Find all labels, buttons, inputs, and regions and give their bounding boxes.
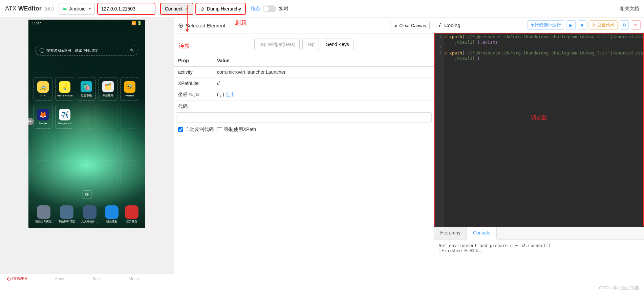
app-cell[interactable]: 🚕ATX	[34, 77, 52, 101]
app-label: MEmu Guide	[56, 94, 73, 97]
app-label: ATX	[35, 94, 51, 97]
app-cell-empty	[34, 160, 52, 184]
brand-version: 0.6.8	[45, 7, 54, 12]
back-button[interactable]: Back	[92, 276, 102, 281]
undo-icon	[592, 23, 596, 27]
app-icon: 🗂️	[102, 81, 114, 92]
music-icon	[437, 23, 442, 27]
reset-code-button[interactable]: 重置代码	[588, 20, 618, 30]
dock-icon	[105, 205, 119, 219]
app-icon: 🦊	[37, 109, 49, 120]
tab-console[interactable]: Console	[467, 227, 497, 240]
tap-button[interactable]: Tap	[302, 39, 319, 50]
address-input[interactable]	[98, 3, 155, 15]
selected-element-pane: 连接 刷新 Selected Element Clear Canvas Tap …	[174, 18, 434, 284]
table-row: XPathLite//	[174, 78, 434, 89]
brand-prefix: ATX	[5, 5, 17, 12]
app-cell-empty	[34, 133, 52, 156]
leaf-icon	[185, 7, 189, 11]
dock-item[interactable]: 凡人修仙传：人…	[81, 205, 98, 223]
app-cell[interactable]: 🐝WeBee	[120, 77, 139, 101]
connect-label: Connect	[165, 6, 183, 12]
app-cell-empty	[99, 160, 117, 184]
output-tabs: Hierarchy Console	[434, 227, 644, 240]
device-screen[interactable]: 11:37 📶 🔋 搜索游戏&应用，试试 '神仙道3' ⋮ 🔍 29+ 🚕ATX…	[28, 20, 145, 228]
code-textarea[interactable]	[176, 112, 432, 122]
app-icon: ✈️	[59, 109, 70, 120]
th-prop: Prop	[174, 55, 213, 67]
click-link[interactable]: 点击	[226, 92, 235, 97]
table-row: 坐标 % px( , ) 点击	[174, 89, 434, 101]
auto-copy-checkbox[interactable]	[178, 127, 183, 132]
dock-icon	[37, 205, 50, 219]
copy-button[interactable]: ⧉	[620, 20, 629, 30]
power-button[interactable]: ⏻ POWER	[7, 276, 27, 281]
app-label: 逍遥市场	[78, 94, 95, 97]
dock-icon	[83, 205, 96, 219]
play-button[interactable]: ▶	[566, 20, 576, 30]
android-icon	[62, 6, 67, 11]
th-value: Value	[213, 55, 434, 67]
phone-search-bar[interactable]: 搜索游戏&应用，试试 '神仙道3' ⋮ 🔍	[35, 45, 138, 56]
code-editor[interactable]: 调试区 1 23 d.xpath('//*[@resource-id="org.…	[434, 33, 644, 227]
static-label: 静态	[251, 6, 260, 12]
platform-dropdown[interactable]: Android	[59, 3, 94, 15]
main: 11:37 📶 🔋 搜索游戏&应用，试试 '神仙道3' ⋮ 🔍 29+ 🚕ATX…	[0, 18, 644, 284]
tab-hierarchy[interactable]: Hierarchy	[434, 227, 467, 239]
clear-canvas-button[interactable]: Clear Canvas	[390, 21, 430, 30]
app-cell-empty	[77, 160, 96, 184]
force-xpath-checkbox[interactable]	[217, 127, 222, 132]
device-preview-pane: 11:37 📶 🔋 搜索游戏&应用，试试 '神仙道3' ⋮ 🔍 29+ 🚕ATX…	[0, 18, 174, 284]
app-icon: 🚕	[37, 81, 49, 93]
docs-link[interactable]: 相关文档	[620, 6, 639, 12]
crosshair-icon	[178, 23, 184, 28]
table-row: activitycom.microvirt.launcher.Launcher	[174, 66, 434, 78]
reload-icon[interactable]: ⟳	[83, 190, 91, 199]
force-xpath-label: 强制使用XPath	[224, 127, 256, 133]
tap-widget-button[interactable]: Tap Widget(Beta)	[254, 39, 300, 50]
realtime-toggle[interactable]	[263, 5, 276, 12]
app-cell-empty	[120, 160, 139, 184]
run-selected-button[interactable]: 单行或选中运行	[527, 20, 564, 30]
dock-item[interactable]: 我的御剑日记	[59, 205, 75, 223]
microphone-icon: ⋮ 🔍	[125, 48, 135, 53]
dock-item[interactable]: 指尖捕鱼	[105, 205, 119, 223]
dump-label: Dump Hierarchy	[207, 6, 241, 12]
app-cell-empty	[77, 133, 96, 156]
trash-icon	[394, 24, 398, 28]
app-cell[interactable]: 🛍️逍遥市场	[77, 77, 96, 101]
app-cell-empty	[55, 133, 74, 156]
app-cell[interactable]: 💡MEmu Guide	[55, 77, 74, 101]
sync-button[interactable]: ↻	[631, 20, 641, 30]
code-content: d.xpath('//*[@resource-id="org.thunderdo…	[444, 34, 640, 61]
app-cell[interactable]: 🗂️系统应用	[99, 77, 117, 101]
dump-hierarchy-button[interactable]: Dump Hierarchy	[196, 3, 245, 15]
properties-table: Prop Value activitycom.microvirt.launche…	[174, 55, 434, 101]
stop-button[interactable]: ■	[578, 20, 586, 30]
send-keys-button[interactable]: Send Keys	[322, 39, 353, 50]
coding-title: Coding	[437, 22, 460, 28]
app-label: 系统应用	[100, 94, 116, 97]
realtime-label: 实时	[279, 6, 288, 12]
dock-item[interactable]: 新仙金奇侠传之…	[35, 205, 52, 223]
connect-button[interactable]: Connect	[160, 3, 193, 15]
phone-dock: 新仙金奇侠传之…我的御剑日记凡人修仙传：人…指尖捕鱼三刀符石	[32, 204, 142, 224]
dock-label: 凡人修仙传：人…	[81, 220, 98, 223]
line-gutter: 1 23	[434, 33, 444, 227]
mode-toggle-group: 静态 实时	[251, 5, 288, 12]
app-icon: 🛍️	[81, 81, 92, 92]
selected-element-title: Selected Element	[178, 23, 226, 28]
menu-button[interactable]: Menu	[129, 276, 139, 281]
search-placeholder: 搜索游戏&应用，试试 '神仙道3'	[46, 48, 98, 53]
coding-pane: Coding 单行或选中运行 ▶ ■ 重置代码 ⧉ ↻ 调试区 1 23 d.x…	[434, 18, 644, 284]
dock-item[interactable]: 三刀符石	[125, 205, 138, 223]
app-cell[interactable]: 🦊Firefox	[34, 105, 52, 129]
brand-name: WEditor	[18, 5, 42, 12]
home-button[interactable]: Home	[55, 276, 65, 281]
device-controls: ⏻ POWER Home Back Menu	[0, 273, 174, 284]
brand: ATX WEditor 0.6.8	[5, 5, 53, 12]
app-cell-empty	[120, 133, 139, 156]
console-output: Set environment and prepare d = u2.conne…	[434, 240, 644, 284]
app-cell[interactable]: ✈️Telegram X	[55, 105, 74, 129]
debug-area-outline	[434, 33, 644, 226]
